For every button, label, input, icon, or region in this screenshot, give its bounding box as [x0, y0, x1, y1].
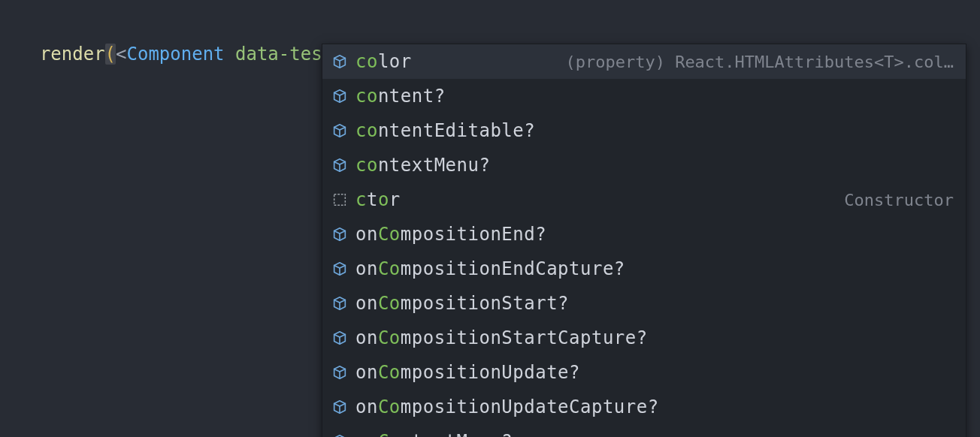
token-lt: < — [116, 44, 126, 65]
field-icon — [331, 226, 348, 243]
autocomplete-popup[interactable]: color(property) React.HTMLAttributes<T>.… — [322, 44, 966, 437]
suggestion-label: onCompositionUpdate? — [355, 359, 580, 386]
field-icon — [331, 433, 348, 437]
suggestion-label: onCompositionEndCapture? — [355, 255, 625, 282]
token-function-call: render — [40, 44, 105, 65]
suggestion-item[interactable]: ctorConstructor — [322, 182, 966, 217]
field-icon — [331, 295, 348, 312]
suggestion-item[interactable]: onCompositionStart? — [322, 286, 966, 321]
suggestion-label: contextMenu? — [355, 152, 490, 179]
suggestion-label: color — [355, 48, 412, 75]
suggestion-item[interactable]: onCompositionUpdate? — [322, 355, 966, 390]
field-icon — [331, 399, 348, 415]
suggestion-item[interactable]: contentEditable? — [322, 113, 966, 148]
suggestion-label: contentEditable? — [355, 117, 535, 144]
suggestion-item[interactable]: onContextMenu? — [322, 424, 966, 437]
suggestion-label: content? — [355, 83, 446, 110]
suggestion-label: onContextMenu? — [355, 428, 513, 437]
suggestion-item[interactable]: onCompositionEnd? — [322, 217, 966, 252]
token-jsx-component: Component — [127, 44, 225, 65]
suggestion-item[interactable]: contextMenu? — [322, 148, 966, 182]
suggestion-detail: Constructor — [844, 188, 954, 212]
field-icon — [331, 88, 348, 104]
field-icon — [331, 364, 348, 381]
suggestion-item[interactable]: content? — [322, 79, 966, 113]
suggestion-label: onCompositionUpdateCapture? — [355, 393, 659, 420]
suggestion-item[interactable]: color(property) React.HTMLAttributes<T>.… — [322, 44, 966, 79]
code-editor[interactable]: render(<Component data-testid="bake-5-di… — [0, 0, 980, 135]
token-open-paren: ( — [105, 44, 116, 65]
svg-rect-0 — [334, 194, 346, 206]
field-icon — [331, 53, 348, 70]
field-icon — [331, 122, 348, 139]
suggestion-label: onCompositionStartCapture? — [355, 324, 648, 351]
suggestion-label: onCompositionStart? — [355, 290, 569, 317]
suggestion-item[interactable]: onCompositionEndCapture? — [322, 252, 966, 286]
constructor-icon — [331, 191, 348, 208]
field-icon — [331, 157, 348, 173]
suggestion-label: ctor — [355, 186, 401, 213]
suggestion-label: onCompositionEnd? — [355, 221, 546, 248]
suggestion-detail: (property) React.HTMLAttributes<T>.col… — [565, 50, 954, 74]
field-icon — [331, 261, 348, 277]
field-icon — [331, 330, 348, 346]
suggestion-item[interactable]: onCompositionStartCapture? — [322, 321, 966, 355]
suggestion-item[interactable]: onCompositionUpdateCapture? — [322, 390, 966, 424]
